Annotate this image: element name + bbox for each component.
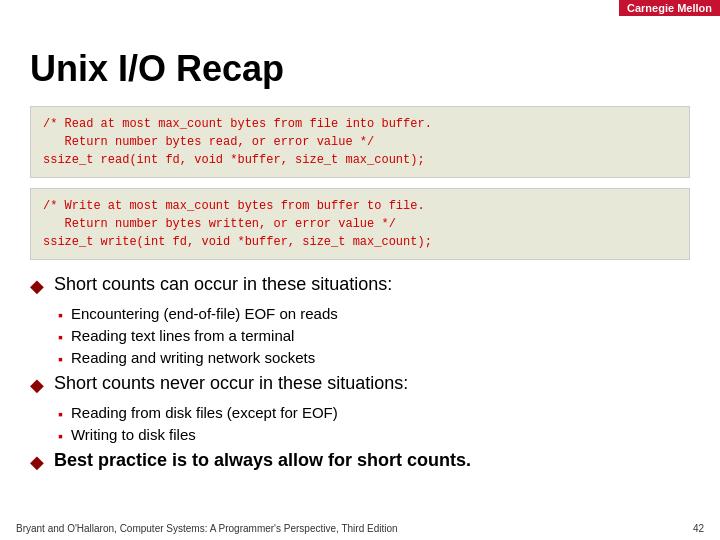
bullet-heading-1: Short counts can occur in these situatio…: [54, 274, 392, 295]
bullet-item-1: ◆ Short counts can occur in these situat…: [30, 274, 690, 297]
code-block-read: /* Read at most max_count bytes from fil…: [30, 106, 690, 178]
bullet-sections: ◆ Short counts can occur in these situat…: [30, 274, 690, 473]
diamond-icon-3: ◆: [30, 451, 44, 473]
main-content: Unix I/O Recap /* Read at most max_count…: [0, 18, 720, 501]
bullet-item-3: ◆ Best practice is to always allow for s…: [30, 450, 690, 473]
sub-bullet-text-1-3: Reading and writing network sockets: [71, 349, 315, 366]
code-block-write: /* Write at most max_count bytes from bu…: [30, 188, 690, 260]
bullet-item-2: ◆ Short counts never occur in these situ…: [30, 373, 690, 396]
diamond-icon-1: ◆: [30, 275, 44, 297]
sub-bullet-1-3: ▪ Reading and writing network sockets: [58, 349, 690, 367]
sub-bullets-1: ▪ Encountering (end-of-file) EOF on read…: [58, 305, 690, 367]
bullet-heading-2: Short counts never occur in these situat…: [54, 373, 408, 394]
square-icon-1-2: ▪: [58, 329, 63, 345]
footer-right: 42: [693, 523, 704, 534]
bullet-heading-3: Best practice is to always allow for sho…: [54, 450, 471, 471]
brand-header: Carnegie Mellon: [619, 0, 720, 16]
square-icon-2-2: ▪: [58, 428, 63, 444]
code-line-5: Return number bytes written, or error va…: [43, 215, 677, 233]
sub-bullets-2: ▪ Reading from disk files (except for EO…: [58, 404, 690, 444]
code-line-6: ssize_t write(int fd, void *buffer, size…: [43, 233, 677, 251]
code-line-4: /* Write at most max_count bytes from bu…: [43, 197, 677, 215]
footer-left: Bryant and O'Hallaron, Computer Systems:…: [16, 523, 398, 534]
square-icon-2-1: ▪: [58, 406, 63, 422]
sub-bullet-1-2: ▪ Reading text lines from a terminal: [58, 327, 690, 345]
footer: Bryant and O'Hallaron, Computer Systems:…: [0, 523, 720, 534]
sub-bullet-2-1: ▪ Reading from disk files (except for EO…: [58, 404, 690, 422]
sub-bullet-text-1-2: Reading text lines from a terminal: [71, 327, 294, 344]
square-icon-1-1: ▪: [58, 307, 63, 323]
sub-bullet-text-2-2: Writing to disk files: [71, 426, 196, 443]
sub-bullet-2-2: ▪ Writing to disk files: [58, 426, 690, 444]
brand-label: Carnegie Mellon: [627, 2, 712, 14]
page-title: Unix I/O Recap: [30, 48, 690, 90]
code-line-2: Return number bytes read, or error value…: [43, 133, 677, 151]
sub-bullet-text-1-1: Encountering (end-of-file) EOF on reads: [71, 305, 338, 322]
diamond-icon-2: ◆: [30, 374, 44, 396]
sub-bullet-1-1: ▪ Encountering (end-of-file) EOF on read…: [58, 305, 690, 323]
square-icon-1-3: ▪: [58, 351, 63, 367]
code-line-3: ssize_t read(int fd, void *buffer, size_…: [43, 151, 677, 169]
code-line-1: /* Read at most max_count bytes from fil…: [43, 115, 677, 133]
sub-bullet-text-2-1: Reading from disk files (except for EOF): [71, 404, 338, 421]
